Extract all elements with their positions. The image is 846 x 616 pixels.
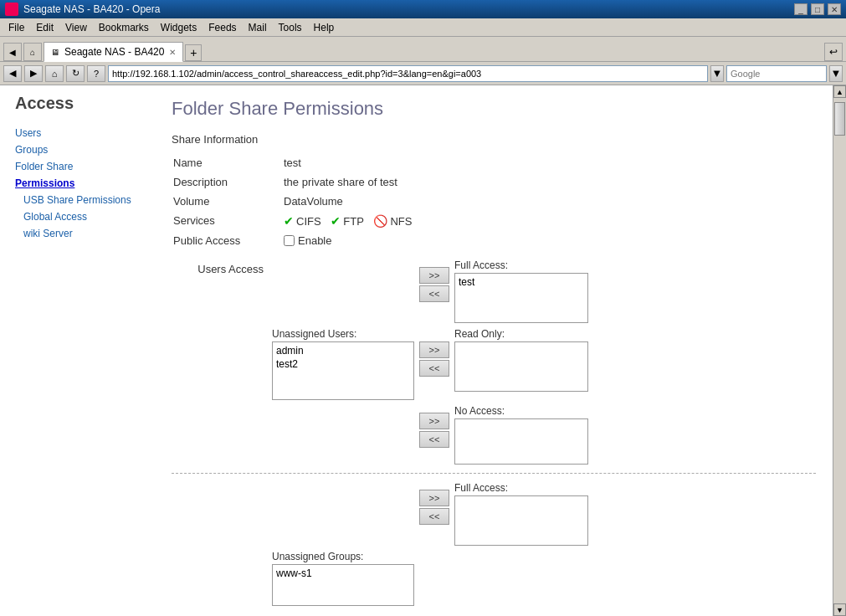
group-full-access-listbox[interactable]: [454, 495, 588, 546]
separator-1: [172, 473, 816, 474]
address-bar: ◀ ▶ ⌂ ↻ ? ▼ ▼: [0, 62, 846, 85]
menu-help[interactable]: Help: [309, 21, 340, 34]
menu-file[interactable]: File: [3, 21, 29, 34]
reload-button[interactable]: ↻: [66, 65, 85, 82]
users-access-section: Users Access >> <<: [172, 259, 816, 465]
share-info-heading: Share Information: [172, 133, 816, 146]
volume-value: DataVolume: [284, 192, 814, 210]
read-only-listbox[interactable]: [454, 341, 588, 392]
new-tab-button[interactable]: +: [185, 44, 202, 61]
scrollbar[interactable]: ▲ ▼: [833, 85, 846, 616]
public-access-row: Public Access Enable: [173, 232, 814, 249]
name-label: Name: [173, 154, 282, 172]
read-only-forward-button[interactable]: >>: [419, 341, 449, 358]
groups-access-row: >> << Full Access:: [172, 482, 816, 606]
scroll-down-arrow[interactable]: ▼: [833, 603, 846, 616]
window-title: Seagate NAS - BA420 - Opera: [23, 3, 160, 15]
read-only-container: Read Only:: [454, 328, 588, 392]
users-access-row: Users Access >> <<: [172, 259, 816, 465]
services-label: Services: [173, 212, 282, 230]
nfs-no-icon: 🚫: [373, 214, 387, 228]
tab-bar: ◀ ⌂ 🖥 Seagate NAS - BA420 ✕ + ↩: [0, 37, 846, 62]
sidebar-title: Access: [8, 94, 146, 113]
no-access-backward-button[interactable]: <<: [419, 431, 449, 448]
scroll-area: Folder Share Permissions Share Informati…: [155, 85, 846, 616]
name-row: Name test: [173, 154, 814, 172]
search-dropdown[interactable]: ▼: [829, 65, 843, 82]
menu-edit[interactable]: Edit: [31, 21, 59, 34]
full-access-backward-button[interactable]: <<: [419, 285, 449, 302]
page-title: Folder Share Permissions: [172, 98, 816, 120]
scroll-up-arrow[interactable]: ▲: [833, 85, 846, 98]
group-full-access-container: Full Access:: [454, 482, 588, 546]
no-access-forward-button[interactable]: >>: [419, 413, 449, 429]
description-label: Description: [173, 173, 282, 191]
full-access-container: Full Access: test: [454, 259, 588, 323]
tab-scroll-left[interactable]: ◀: [3, 43, 22, 61]
menu-feeds[interactable]: Feeds: [203, 21, 241, 34]
group-full-access-forward-button[interactable]: >>: [419, 490, 449, 506]
full-access-item-test[interactable]: test: [457, 275, 586, 289]
scroll-thumb[interactable]: [834, 102, 845, 136]
close-button[interactable]: ✕: [828, 3, 841, 15]
scroll-track[interactable]: [833, 98, 846, 603]
sidebar-item-folder-share[interactable]: Folder Share: [8, 158, 146, 175]
sidebar-item-permissions[interactable]: Permissions: [8, 175, 146, 192]
address-dropdown[interactable]: ▼: [710, 65, 724, 82]
maximize-button[interactable]: □: [811, 3, 824, 15]
no-access-listbox[interactable]: [454, 418, 588, 465]
unassigned-users-listbox[interactable]: admin test2: [272, 341, 414, 400]
group-full-access-backward-button[interactable]: <<: [419, 508, 449, 525]
search-input[interactable]: [726, 65, 827, 82]
cifs-label: CIFS: [296, 215, 321, 228]
menu-view[interactable]: View: [60, 21, 92, 34]
minimize-button[interactable]: _: [794, 3, 808, 15]
menu-widgets[interactable]: Widgets: [156, 21, 202, 34]
sidebar-item-global-access[interactable]: Global Access: [8, 208, 146, 225]
menu-mail[interactable]: Mail: [244, 21, 272, 34]
description-value: the private share of test: [284, 173, 814, 191]
enable-checkbox[interactable]: [284, 235, 295, 246]
read-only-backward-button[interactable]: <<: [419, 360, 449, 377]
sidebar: Access Users Groups Folder Share Permiss…: [0, 85, 155, 616]
no-access-label: No Access:: [454, 405, 588, 417]
back-button[interactable]: ◀: [3, 65, 22, 82]
groups-access-columns: >> << Full Access:: [272, 482, 816, 606]
active-tab[interactable]: 🖥 Seagate NAS - BA420 ✕: [44, 42, 183, 62]
groups-access-label: [172, 482, 272, 485]
enable-checkbox-group: Enable: [284, 234, 814, 247]
tab-home[interactable]: ⌂: [23, 43, 42, 61]
sidebar-item-groups[interactable]: Groups: [8, 141, 146, 158]
unassigned-groups-listbox[interactable]: www-s1: [272, 564, 414, 606]
full-access-listbox[interactable]: test: [454, 273, 588, 323]
address-input[interactable]: [108, 65, 708, 82]
tab-close-button[interactable]: ✕: [169, 48, 176, 57]
no-access-container: No Access:: [454, 405, 588, 465]
title-bar: Seagate NAS - BA420 - Opera _ □ ✕: [0, 0, 846, 18]
name-value: test: [284, 154, 814, 172]
full-access-forward-button[interactable]: >>: [419, 267, 449, 284]
service-ftp: ✔ FTP: [331, 214, 364, 228]
unassigned-user-admin[interactable]: admin: [274, 344, 412, 357]
unassigned-groups-container: Unassigned Groups: www-s1: [272, 551, 414, 606]
nfs-label: NFS: [390, 215, 412, 228]
services-row: Services ✔ CIFS ✔ FTP 🚫 NFS: [173, 212, 814, 230]
home-button[interactable]: ⌂: [45, 65, 64, 82]
forward-button[interactable]: ▶: [24, 65, 43, 82]
unassigned-group-www-s1[interactable]: www-s1: [274, 567, 412, 580]
menu-tools[interactable]: Tools: [274, 21, 307, 34]
tab-trash[interactable]: ↩: [824, 43, 843, 61]
cifs-check-icon: ✔: [284, 214, 294, 228]
groups-access-section: >> << Full Access:: [172, 482, 816, 606]
sidebar-item-wiki-server[interactable]: wiki Server: [8, 225, 146, 242]
sidebar-item-users[interactable]: Users: [8, 125, 146, 141]
unassigned-user-test2[interactable]: test2: [274, 357, 412, 371]
users-access-label: Users Access: [172, 259, 272, 275]
public-access-label: Public Access: [173, 232, 282, 249]
menu-bookmarks[interactable]: Bookmarks: [94, 21, 154, 34]
menu-bar: File Edit View Bookmarks Widgets Feeds M…: [0, 18, 846, 37]
sidebar-item-usb-share[interactable]: USB Share Permissions: [8, 192, 146, 208]
users-access-columns: >> << Full Access: test: [272, 259, 816, 465]
stop-button[interactable]: ?: [87, 65, 105, 82]
browser-logo: [5, 3, 18, 16]
